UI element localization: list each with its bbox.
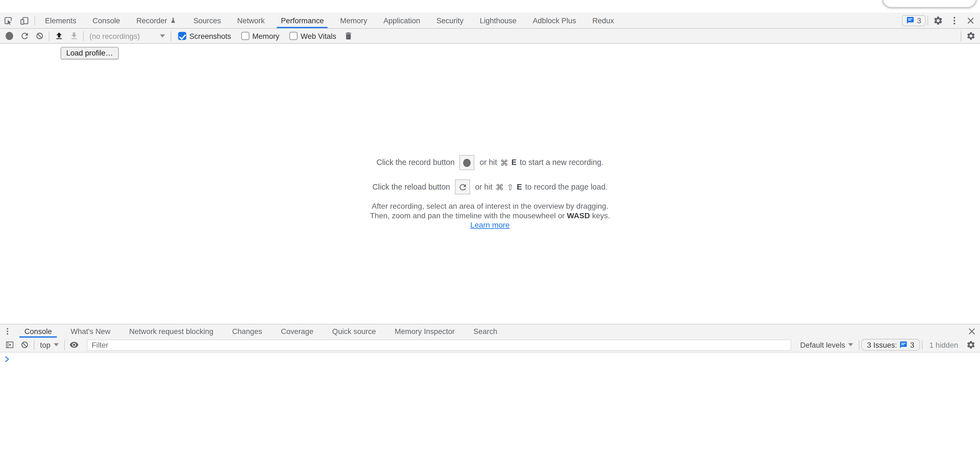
divider (922, 340, 922, 350)
cmd-key-glyph: ⌘ (495, 182, 504, 191)
tab-sources[interactable]: Sources (187, 13, 227, 28)
sidebar-icon (5, 340, 14, 349)
checkbox-label: Memory (252, 32, 280, 40)
console-settings-button[interactable] (963, 337, 978, 352)
tab-label: Changes (232, 327, 262, 335)
capture-settings-button[interactable] (963, 29, 978, 43)
console-sidebar-toggle[interactable] (2, 337, 17, 352)
tab-lighthouse[interactable]: Lighthouse (474, 13, 523, 28)
checkbox-label: Screenshots (189, 32, 231, 40)
javascript-context-selector[interactable]: top (37, 341, 62, 349)
issues-counter-button[interactable]: 3 Issues: 3 (861, 339, 920, 351)
kebab-menu-icon (950, 15, 959, 26)
issues-count: 3 (917, 16, 921, 25)
tab-performance[interactable]: Performance (275, 13, 330, 28)
divider (170, 31, 171, 41)
drawer-tab-search[interactable]: Search (467, 324, 504, 338)
tab-adblock-plus[interactable]: Adblock Plus (527, 13, 582, 28)
tab-label: Quick source (332, 327, 376, 335)
instruction-text: or hit (475, 182, 492, 191)
screenshots-checkbox[interactable]: Screenshots (178, 32, 231, 40)
download-icon (69, 31, 78, 40)
block-icon (20, 340, 29, 349)
log-levels-selector[interactable]: Default levels (796, 341, 857, 349)
tab-label: Coverage (281, 327, 313, 335)
drawer-menu-button[interactable] (0, 324, 15, 338)
close-icon (967, 326, 977, 336)
close-icon (966, 15, 975, 26)
device-toolbar-button[interactable] (16, 13, 32, 28)
record-button[interactable] (2, 29, 17, 43)
levels-value: Default levels (800, 341, 845, 349)
issues-badge[interactable]: 3 (902, 15, 926, 26)
e-key-glyph: E (511, 158, 517, 167)
tab-recorder[interactable]: Recorder (130, 13, 183, 28)
garbage-collect-button[interactable] (341, 29, 356, 43)
drawer-tab-coverage[interactable]: Coverage (275, 324, 320, 338)
tab-label: Redux (592, 16, 614, 25)
console-messages-area[interactable] (0, 352, 980, 459)
issues-count: 3 (910, 341, 915, 349)
chevron-down-icon (160, 35, 165, 37)
drawer-tabbar: Console What's New Network request block… (0, 324, 980, 338)
gear-icon (966, 31, 975, 40)
live-expression-button[interactable] (67, 337, 82, 352)
checkbox-box (241, 32, 250, 40)
clear-button[interactable] (32, 29, 47, 43)
tab-label: Lighthouse (480, 16, 516, 25)
drawer-tab-network-request-blocking[interactable]: Network request blocking (123, 324, 220, 338)
tab-elements[interactable]: Elements (39, 13, 83, 28)
clear-console-button[interactable] (17, 337, 32, 352)
save-profile-button[interactable] (66, 29, 81, 43)
tab-label: Memory (340, 16, 367, 25)
instruction-text: to start a new recording. (520, 158, 604, 167)
console-toolbar: top Default levels 3 Issues: 3 1 hidden (0, 338, 980, 352)
tab-network[interactable]: Network (231, 13, 271, 28)
drawer-tab-whats-new[interactable]: What's New (64, 324, 116, 338)
tab-redux[interactable]: Redux (586, 13, 620, 28)
tab-security[interactable]: Security (430, 13, 470, 28)
reload-button-illustration[interactable] (455, 179, 470, 194)
load-profile-button[interactable] (51, 29, 66, 43)
tab-label: Adblock Plus (533, 16, 576, 25)
upload-icon (54, 31, 64, 40)
tab-label: Network (237, 16, 265, 25)
kebab-menu-icon (3, 327, 12, 335)
record-button-illustration[interactable] (460, 155, 475, 170)
drawer-tab-memory-inspector[interactable]: Memory Inspector (388, 324, 461, 338)
chevron-down-icon (54, 343, 59, 346)
reload-instruction: Click the reload button or hit ⌘ ⇧ E to … (0, 179, 980, 194)
instruction-text: to record the page load. (525, 182, 608, 191)
browser-strip (0, 0, 980, 13)
close-drawer-button[interactable] (964, 324, 980, 338)
learn-more-link[interactable]: Learn more (470, 220, 510, 229)
console-filter-input[interactable] (87, 339, 791, 351)
divider (859, 340, 859, 350)
settings-button[interactable] (930, 15, 946, 26)
divider (33, 340, 34, 350)
close-devtools-button[interactable] (963, 15, 978, 26)
tabbar-right-controls: 3 (902, 13, 980, 28)
gear-icon (966, 340, 975, 349)
issues-chat-icon (907, 16, 915, 24)
inspect-element-button[interactable] (0, 13, 16, 28)
tab-console[interactable]: Console (86, 13, 126, 28)
reload-and-record-button[interactable] (17, 29, 32, 43)
divider (961, 31, 961, 41)
eye-icon (70, 340, 79, 349)
drawer-tab-quick-source[interactable]: Quick source (326, 324, 382, 338)
reload-icon (20, 31, 29, 40)
tab-label: Network request blocking (129, 327, 213, 335)
drawer-tab-console[interactable]: Console (18, 324, 58, 338)
tab-memory[interactable]: Memory (334, 13, 374, 28)
divider (49, 31, 49, 41)
more-options-button[interactable] (947, 15, 963, 26)
divider (64, 340, 65, 350)
recordings-select[interactable]: (no recordings) (86, 32, 169, 40)
web-vitals-checkbox[interactable]: Web Vitals (289, 32, 336, 40)
tab-label: Memory Inspector (395, 327, 455, 335)
memory-checkbox[interactable]: Memory (241, 32, 280, 40)
drawer-tab-changes[interactable]: Changes (226, 324, 269, 338)
wasd-keys-text: WASD (567, 211, 590, 220)
tab-application[interactable]: Application (377, 13, 426, 28)
